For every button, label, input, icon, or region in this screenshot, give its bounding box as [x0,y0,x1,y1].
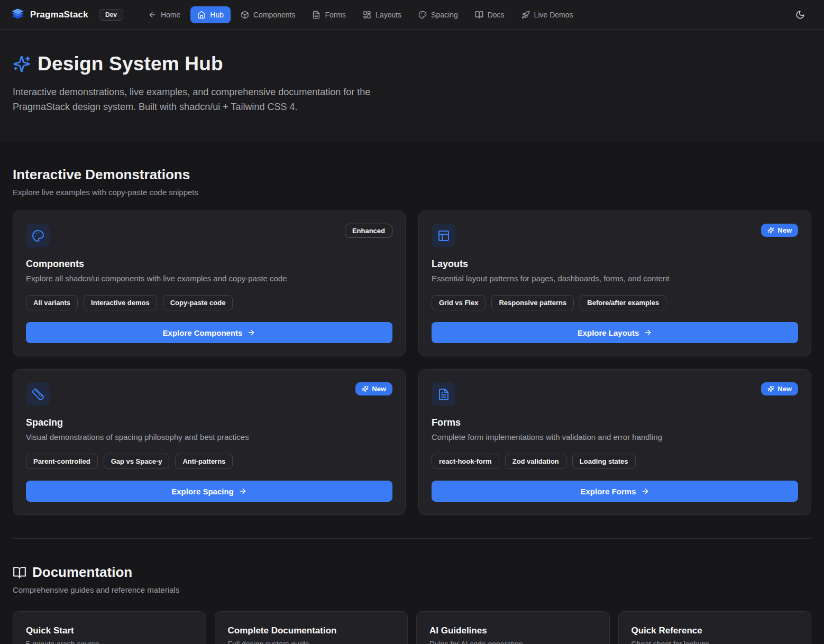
demo-card-layouts: New Layouts Essential layout patterns fo… [418,210,811,356]
nav-item-label: Spacing [431,11,458,19]
package-icon [241,11,249,19]
card-title: Layouts [432,259,798,270]
sparkles-icon [767,227,774,234]
palette-icon [418,11,427,19]
palette-icon [26,224,50,247]
demo-card-grid: Enhanced Components Explore all shadcn/u… [13,210,811,515]
file-text-icon [432,382,455,406]
arrow-right-icon [239,487,247,495]
nav-item-components[interactable]: Components [234,6,302,23]
tag-row: All variants Interactive demos Copy-past… [26,295,392,310]
demos-heading: Interactive Demonstrations [13,167,811,183]
card-description: Essential layout patterns for pages, das… [432,274,798,283]
theme-toggle-button[interactable] [791,6,809,24]
nav-item-docs[interactable]: Docs [468,6,511,23]
docs-heading: Documentation [13,564,811,581]
nav-item-label: Layouts [376,11,401,19]
nav-item-label: Docs [488,11,505,19]
hero-section: Design System Hub Interactive demonstrat… [0,30,824,141]
tag-row: react-hook-form Zod validation Loading s… [432,454,798,469]
nav-item-label: Home [161,11,180,19]
arrow-right-icon [644,328,652,337]
tag-pill: Zod validation [505,454,566,469]
button-label: Explore Forms [580,487,636,496]
demos-section-head: Interactive Demonstrations Explore live … [13,167,811,197]
house-icon [197,11,206,19]
tag-row: Grid vs Flex Responsive patterns Before/… [432,295,798,310]
brand: PragmaStack Dev [11,7,123,22]
doc-card-title: Complete Documentation [228,625,395,636]
brand-name: PragmaStack [30,10,88,20]
nav-item-label: Components [253,11,295,19]
arrow-left-icon [148,11,157,19]
badge-label: New [777,385,792,393]
docs-section-head: Documentation Comprehensive guides and r… [13,564,811,594]
ruler-icon [26,382,50,406]
docs-subheading: Comprehensive guides and reference mater… [13,585,811,594]
layout-dashboard-icon [363,11,371,19]
new-badge: New [355,382,392,395]
enhanced-badge: Enhanced [345,224,392,238]
tag-pill: Loading states [572,454,636,469]
explore-layouts-button[interactable]: Explore Layouts [432,322,798,343]
doc-card-title: Quick Reference [631,625,799,636]
arrow-right-icon [247,328,255,337]
card-description: Complete form implementations with valid… [432,433,798,441]
button-label: Explore Layouts [578,328,639,337]
doc-card-quick-start[interactable]: Quick Start 5-minute crash course [13,611,206,644]
main-content: Interactive Demonstrations Explore live … [0,167,824,644]
card-title: Spacing [26,417,392,428]
page-description: Interactive demonstrations, live example… [13,85,401,114]
demo-card-forms: New Forms Complete form implementations … [418,369,811,515]
nav-item-spacing[interactable]: Spacing [411,6,465,23]
card-title: Forms [432,417,798,428]
explore-spacing-button[interactable]: Explore Spacing [26,481,392,502]
tag-row: Parent-controlled Gap vs Space-y Anti-pa… [26,454,392,469]
doc-card-ai-guidelines[interactable]: AI Guidelines Rules for AI code generati… [416,611,610,644]
nav-item-forms[interactable]: Forms [305,6,353,23]
doc-card-complete-documentation[interactable]: Complete Documentation Full design syste… [215,611,408,644]
tag-pill: Copy-paste code [163,295,233,310]
card-title: Components [26,259,392,270]
nav-item-layouts[interactable]: Layouts [356,6,408,23]
nav-item-home[interactable]: Home [141,6,187,23]
layers-logo-icon [11,7,25,22]
button-label: Explore Components [163,328,243,337]
badge-label: New [777,226,792,234]
doc-card-description: Rules for AI code generation [429,640,597,644]
demo-card-components: Enhanced Components Explore all shadcn/u… [13,210,406,356]
doc-card-title: AI Guidelines [429,625,597,636]
section-divider [13,538,811,539]
rocket-icon [521,11,530,19]
tag-pill: Anti-patterns [175,454,233,469]
nav-item-live-demos[interactable]: Live Demos [515,6,580,23]
layout-panels-icon [432,224,455,247]
arrow-right-icon [641,487,649,495]
badge-label: New [372,385,386,393]
new-badge: New [761,224,798,237]
book-open-icon [13,566,26,579]
env-badge: Dev [99,9,123,21]
card-description: Explore all shadcn/ui components with li… [26,274,392,283]
tag-pill: Responsive patterns [491,295,574,310]
explore-forms-button[interactable]: Explore Forms [432,481,798,502]
top-navbar: PragmaStack Dev Home Hub Components Form… [0,0,824,30]
demo-card-spacing: New Spacing Visual demonstrations of spa… [13,369,406,515]
tag-pill: Parent-controlled [26,454,98,469]
tag-pill: All variants [26,295,78,310]
tag-pill: Before/after examples [580,295,666,310]
doc-card-description: Full design system guide [228,640,395,644]
sparkles-icon [13,55,31,73]
doc-card-grid: Quick Start 5-minute crash course Comple… [13,611,811,644]
explore-components-button[interactable]: Explore Components [26,322,392,343]
book-open-icon [475,11,483,19]
tag-pill: react-hook-form [432,454,499,469]
tag-pill: Interactive demos [84,295,157,310]
file-text-icon [312,11,321,19]
moon-icon [795,10,805,20]
sparkles-icon [362,385,369,392]
doc-card-quick-reference[interactable]: Quick Reference Cheat sheet for lookups [618,611,812,644]
demos-subheading: Explore live examples with copy-paste co… [13,188,811,197]
nav-item-hub[interactable]: Hub [190,6,231,23]
new-badge: New [761,382,798,395]
